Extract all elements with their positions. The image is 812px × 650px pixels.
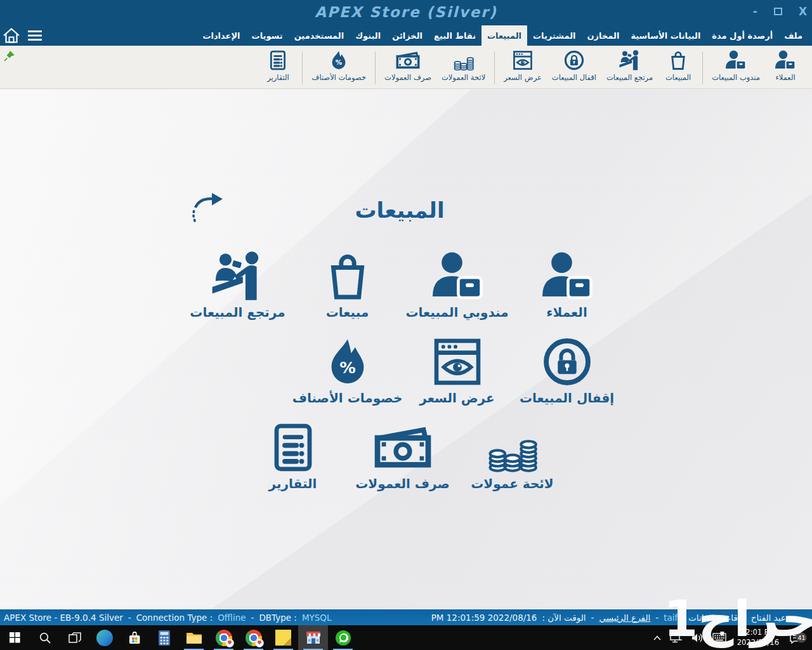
reports-icon — [265, 50, 291, 70]
sticky-notes-button[interactable] — [268, 625, 298, 650]
file-explorer-button[interactable] — [179, 625, 209, 650]
ribbon-reports[interactable]: التقارير — [258, 50, 298, 82]
ribbon-commission-pay[interactable]: صرف العمولات — [379, 50, 436, 82]
action-center-button[interactable]: 41 — [785, 632, 809, 644]
apex-store-app-button[interactable] — [298, 625, 328, 650]
separator: - — [251, 613, 254, 623]
tile-item-discounts[interactable]: خصومات الأصناف — [292, 337, 402, 421]
menu-item-basic-data[interactable]: البيانات الأساسية — [625, 25, 706, 46]
calculator-icon — [157, 630, 171, 646]
sales-dashboard: المبيعات العملاء مندوبي المبيعات مبيعات — [178, 90, 622, 609]
tile-sales-return[interactable]: مرتجع المبيعات — [183, 251, 292, 335]
menu-item-sales[interactable]: المبيعات — [481, 25, 527, 46]
minimize-button[interactable]: - — [753, 5, 757, 18]
dbtype-label: DBType : — [259, 613, 297, 623]
commission-list-icon — [482, 423, 543, 472]
ribbon-sales-rep[interactable]: مندوب المبيعات — [707, 50, 765, 82]
heading-row: المبيعات — [178, 188, 622, 232]
item-discounts-icon — [317, 337, 378, 387]
ribbon-customers[interactable]: العملاء — [765, 50, 806, 82]
tile-commission-pay[interactable]: صرف العمولات — [348, 423, 457, 507]
ribbon-divider — [375, 51, 376, 84]
reports-icon — [263, 423, 324, 472]
menu-item-banks[interactable]: البنوك — [350, 25, 386, 46]
sales-return-icon — [207, 251, 268, 301]
ribbon-commission-list[interactable]: لائحة العمولات — [436, 50, 490, 82]
menubar: ملف أرصدة أول مدة البيانات الأساسية المخ… — [0, 25, 812, 46]
menu-item-users[interactable]: المستخدمين — [289, 25, 350, 46]
clock-time: 12:01 PM — [737, 628, 779, 638]
connection-value: Offline — [218, 613, 246, 623]
tile-price-quote[interactable]: عرض السعر — [402, 337, 512, 421]
menu-item-pos[interactable]: نقاط البيع — [428, 25, 481, 46]
window-title: APEX Store (Silver) — [0, 4, 812, 20]
sticky-notes-icon — [275, 630, 291, 646]
menu-item-opening-balances[interactable]: أرصدة أول مدة — [706, 25, 778, 46]
tile-commission-list[interactable]: لائحة عمولات — [457, 423, 567, 507]
taskbar-clock[interactable]: 12:01 PM 2022/08/16 — [731, 628, 785, 647]
tile-customers[interactable]: العملاء — [512, 251, 622, 335]
home-icon[interactable] — [3, 27, 20, 44]
window-controls: - X — [753, 5, 807, 18]
main-area: المبيعات العملاء مندوبي المبيعات مبيعات — [0, 90, 812, 609]
close-button[interactable]: X — [799, 5, 807, 18]
statusbar: APEX Store - EB-9.0.4 Silver - Connectio… — [0, 609, 812, 625]
touch-keyboard-button[interactable] — [708, 625, 731, 650]
app-window: APEX Store (Silver) - X ملف أرصدة أول مد… — [0, 0, 812, 650]
edge-button[interactable] — [89, 625, 119, 650]
ribbon-item-discounts[interactable]: خصومات الأصناف — [306, 50, 371, 82]
network-button[interactable] — [665, 625, 687, 650]
sales-lock-icon — [537, 337, 598, 387]
volume-button[interactable] — [687, 625, 708, 650]
separator: - — [128, 613, 131, 623]
hamburger-menu-icon[interactable] — [27, 29, 43, 42]
tile-sales[interactable]: مبيعات — [292, 251, 402, 335]
ribbon: العملاء مندوب المبيعات المبيعات مرتجع ال… — [0, 46, 812, 89]
ribbon-price-quote[interactable]: عرض السعر — [499, 50, 547, 82]
status-right: محمد عبد الفتاح - قاعدة البيانات : taif … — [429, 613, 808, 623]
search-button[interactable] — [30, 625, 60, 650]
menu-tabs: ملف أرصدة أول مدة البيانات الأساسية المخ… — [197, 25, 808, 46]
ms-store-button[interactable] — [119, 625, 149, 650]
tile-sales-reps[interactable]: مندوبي المبيعات — [402, 251, 512, 335]
speaker-icon — [691, 633, 704, 643]
branch-link[interactable]: الفرع الرئيسي — [599, 613, 650, 623]
ribbon-sales-return[interactable]: مرتجع المبيعات — [601, 50, 658, 82]
price-quote-icon — [427, 337, 488, 387]
menu-item-settings[interactable]: الإعدادات — [197, 25, 246, 46]
menu-item-purchases[interactable]: المشتريات — [527, 25, 582, 46]
menu-item-file[interactable]: ملف — [778, 25, 808, 46]
whatsapp-button[interactable] — [328, 625, 358, 650]
ribbon-divider — [494, 51, 495, 84]
menu-item-warehouses[interactable]: المخازن — [582, 25, 625, 46]
ribbon-sales-lock[interactable]: اقفال المبيعات — [547, 50, 601, 82]
commission-pay-icon — [372, 423, 433, 472]
sales-rep-icon — [427, 251, 488, 301]
tray-expand-button[interactable] — [649, 625, 665, 650]
ribbon-sales[interactable]: المبيعات — [658, 50, 698, 82]
start-button[interactable] — [0, 625, 30, 650]
dbtype-value: MYSQL — [302, 613, 332, 623]
database-value: taif — [664, 613, 678, 623]
menu-item-adjustments[interactable]: تسويات — [246, 25, 289, 46]
task-view-button[interactable] — [60, 625, 89, 650]
taskbar: 12:01 PM 2022/08/16 41 — [0, 625, 812, 650]
chrome-button-2[interactable] — [239, 625, 268, 650]
taskbar-apps — [0, 625, 358, 650]
pin-icon[interactable] — [3, 50, 16, 62]
calculator-button[interactable] — [149, 625, 179, 650]
chrome-button-1[interactable] — [209, 625, 239, 650]
tile-sales-lock[interactable]: إقفال المبيعات — [512, 337, 622, 421]
menu-item-safes[interactable]: الخزائن — [386, 25, 428, 46]
sales-bag-icon — [665, 50, 691, 70]
keyboard-icon — [712, 633, 726, 642]
forward-arrow-icon[interactable] — [189, 192, 225, 223]
commission-list-icon — [451, 50, 476, 70]
maximize-button[interactable] — [774, 8, 782, 15]
chrome-icon — [246, 630, 262, 646]
price-quote-icon — [510, 50, 535, 70]
titlebar: APEX Store (Silver) - X — [0, 0, 812, 25]
tile-reports[interactable]: التقارير — [238, 423, 348, 507]
user-name: محمد عبد الفتاح — [751, 613, 808, 623]
search-icon — [39, 632, 51, 644]
